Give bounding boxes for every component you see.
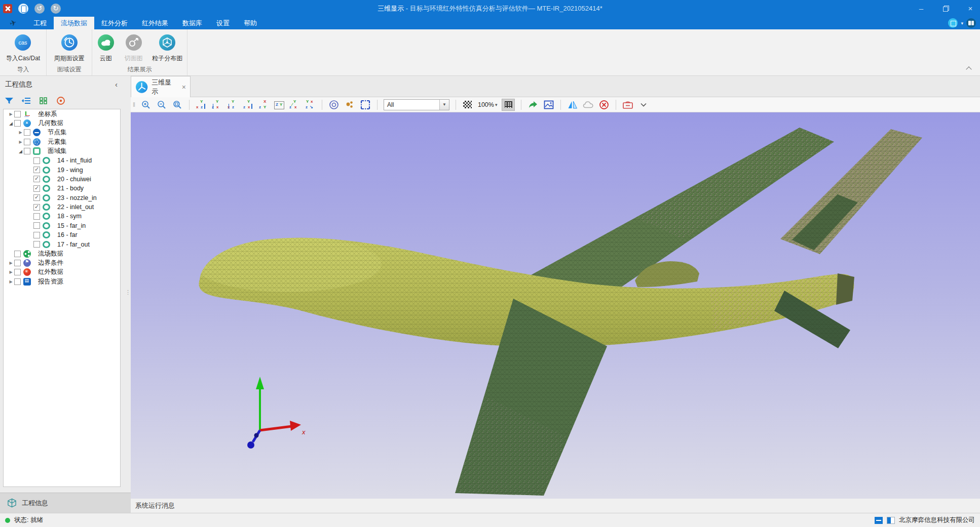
style-dropdown-icon[interactable]: ▾ xyxy=(961,21,963,26)
tree-row[interactable]: ▶ 节点集 xyxy=(4,128,120,137)
export-forward-icon[interactable] xyxy=(527,99,539,110)
cancel-icon[interactable] xyxy=(598,99,610,110)
particle-distribution-button[interactable]: 粒子分布图 xyxy=(147,32,187,63)
periodic-surface-button[interactable]: 周期面设置 xyxy=(54,32,85,63)
grid-view-icon[interactable] xyxy=(39,96,49,106)
view-front-icon[interactable]: Yxz xyxy=(196,100,207,110)
tree-expander-icon[interactable]: ◢ xyxy=(17,149,24,154)
style-switcher-icon[interactable] xyxy=(948,18,958,28)
tree-checkbox[interactable] xyxy=(33,204,40,211)
view-isometric2-icon[interactable]: Yxz↘ xyxy=(305,100,316,110)
tree-expander-icon[interactable]: ▶ xyxy=(8,279,14,284)
minimize-button[interactable]: – xyxy=(917,4,926,13)
tree-checkbox[interactable] xyxy=(14,260,21,266)
tree-checkbox[interactable] xyxy=(33,222,40,229)
tree-expander-icon[interactable]: ▶ xyxy=(17,130,24,135)
tree-row[interactable]: 23 - nozzle_in xyxy=(4,193,120,202)
app-icon[interactable] xyxy=(3,4,12,13)
tree-checkbox[interactable] xyxy=(33,176,40,182)
tree-checkbox[interactable] xyxy=(14,278,21,285)
redo-icon[interactable]: ↻ xyxy=(51,4,61,14)
undo-icon[interactable]: ↺ xyxy=(34,4,45,14)
tree-checkbox[interactable] xyxy=(24,148,30,154)
tree-row[interactable]: ▶ 红外数据 xyxy=(4,268,120,277)
panel-toggle-icon[interactable] xyxy=(887,517,895,524)
tree-expander-icon[interactable]: ◢ xyxy=(8,121,14,126)
tree-row[interactable]: 流场数据 xyxy=(4,249,120,258)
tree-expander-icon[interactable]: ▶ xyxy=(17,140,24,144)
locate-target-icon[interactable] xyxy=(56,96,66,106)
tree-row[interactable]: 22 - inlet_out xyxy=(4,202,120,212)
menu-item-6[interactable]: 帮助 xyxy=(237,17,264,29)
mesh-grid-toggle[interactable] xyxy=(502,99,515,111)
tree-row[interactable]: 19 - wing xyxy=(4,165,120,174)
view-back-icon[interactable]: Yzx xyxy=(211,100,222,110)
menu-item-3[interactable]: 红外结果 xyxy=(135,17,175,29)
menu-item-2[interactable]: 红外分析 xyxy=(94,17,135,29)
ribbon-collapse-icon[interactable] xyxy=(966,66,971,72)
tree-row[interactable]: 15 - far_in xyxy=(4,221,120,230)
sidebar-splitter[interactable]: ⋮ xyxy=(123,76,131,493)
close-button[interactable]: × xyxy=(966,4,975,13)
tree-checkbox[interactable] xyxy=(33,194,40,201)
zoom-in-icon[interactable] xyxy=(140,99,152,110)
tab-close-icon[interactable]: × xyxy=(182,83,186,91)
tree-expander-icon[interactable]: ▶ xyxy=(8,261,14,265)
sidebar-footer-tab[interactable]: 工程信息 xyxy=(0,493,131,513)
view-isometric-icon[interactable]: Yzx∕ xyxy=(289,100,300,110)
center-rotation-icon[interactable] xyxy=(328,99,340,110)
more-options-chevron-icon[interactable] xyxy=(638,99,649,110)
view-right-icon[interactable]: Yzx xyxy=(243,100,254,110)
tree-expander-icon[interactable]: ▶ xyxy=(8,112,14,116)
import-cas-dat-button[interactable]: cas 导入Cas/Dat xyxy=(6,32,40,63)
mirror-icon[interactable] xyxy=(567,99,578,110)
combobox-dropdown-icon[interactable]: ▼ xyxy=(439,100,449,110)
menu-item-5[interactable]: 设置 xyxy=(209,17,237,29)
viewport-3d[interactable]: x xyxy=(131,112,980,499)
tree-checkbox[interactable] xyxy=(33,167,40,173)
menu-item-0[interactable]: 工程 xyxy=(26,17,54,29)
tree-expander-icon[interactable]: ▶ xyxy=(8,270,14,274)
menu-item-1[interactable]: 流场数据 xyxy=(54,17,94,29)
tree-row[interactable]: 21 - body xyxy=(4,184,120,193)
view-top-icon[interactable]: XzY xyxy=(258,100,270,110)
tab-3d-view[interactable]: 三维显示 × xyxy=(131,76,191,97)
tree-row[interactable]: 17 - far_out xyxy=(4,239,120,249)
toolbar-drag-handle[interactable]: ‖ xyxy=(133,101,136,108)
zoom-fit-icon[interactable] xyxy=(172,99,183,110)
transparency-checker-icon[interactable] xyxy=(462,99,473,110)
tree-checkbox[interactable] xyxy=(33,241,40,248)
tree-row[interactable]: ▶ 元素集 xyxy=(4,137,120,146)
tree-row[interactable]: ◢ 几何数据 xyxy=(4,118,120,128)
tree-checkbox[interactable] xyxy=(33,213,40,220)
point-cloud-icon[interactable] xyxy=(344,99,355,110)
tree-row[interactable]: ▶ 边界条件 xyxy=(4,258,120,267)
tree-checkbox[interactable] xyxy=(14,120,21,127)
tree-checkbox[interactable] xyxy=(33,185,40,192)
menu-item-4[interactable]: 数据库 xyxy=(175,17,209,29)
tree-row[interactable]: 14 - int_fluid xyxy=(4,156,120,165)
view-bottom-icon[interactable]: ZY xyxy=(274,101,284,109)
zoom-level-dropdown[interactable]: 100% ▾ xyxy=(478,101,498,108)
maximize-button[interactable] xyxy=(943,6,949,11)
collapse-list-icon[interactable] xyxy=(21,96,31,106)
sidebar-collapse-icon[interactable]: ‹ xyxy=(115,80,118,89)
tree-checkbox[interactable] xyxy=(33,157,40,164)
view-left-icon[interactable]: Yxz xyxy=(227,100,238,110)
save-view-icon[interactable] xyxy=(622,99,633,110)
tree-row[interactable]: 16 - far xyxy=(4,230,120,239)
tree-checkbox[interactable] xyxy=(24,139,30,145)
tree-checkbox[interactable] xyxy=(14,251,21,257)
layout-toggle-icon[interactable] xyxy=(875,517,883,524)
tree-row[interactable]: ▶ 报告资源 xyxy=(4,277,120,286)
tree-checkbox[interactable] xyxy=(14,111,21,117)
box-select-icon[interactable] xyxy=(360,99,371,110)
tree-row[interactable]: ▶ 坐标系 xyxy=(4,109,120,118)
zoom-out-icon[interactable] xyxy=(156,99,167,110)
tree-row[interactable]: 18 - sym xyxy=(4,212,120,221)
help-book-icon[interactable] xyxy=(966,18,976,28)
tree-row[interactable]: ◢ 面域集 xyxy=(4,147,120,156)
filter-funnel-icon[interactable] xyxy=(4,96,14,106)
tree-checkbox[interactable] xyxy=(24,129,30,136)
snapshot-image-icon[interactable] xyxy=(543,99,554,110)
